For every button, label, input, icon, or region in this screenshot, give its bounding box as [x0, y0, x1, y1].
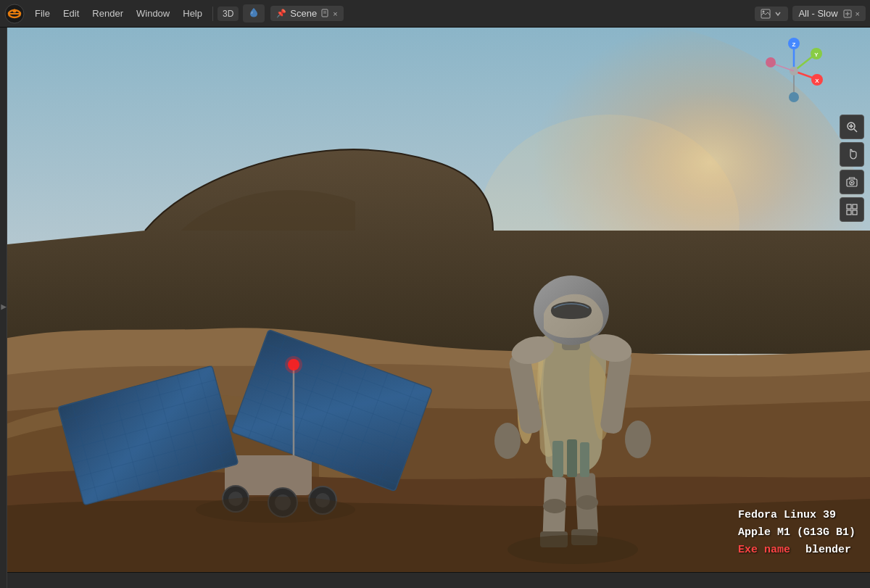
all-slow-label: All - Slow: [798, 8, 837, 19]
menu-bar: File Edit Render Window Help 3D 📌 Scene …: [0, 0, 870, 28]
svg-rect-100: [853, 210, 857, 215]
pin-icon: 📌: [276, 9, 286, 18]
info-overlay: Fedora Linux 39 Apple M1 (G13G B1) Exe n…: [738, 507, 856, 559]
svg-point-89: [766, 57, 776, 67]
info-line-1: Fedora Linux 39: [738, 507, 856, 524]
svg-point-59: [543, 499, 566, 513]
new-doc-icon: [843, 9, 852, 18]
hand-icon: [845, 148, 858, 161]
scene-tab-label: Scene: [290, 8, 317, 19]
hand-tool-button[interactable]: [840, 142, 864, 167]
svg-rect-99: [847, 210, 851, 215]
viewport-gizmo[interactable]: Z Y X: [758, 35, 830, 107]
scene-image: [0, 28, 870, 588]
svg-point-74: [508, 535, 638, 564]
left-edge-strip: ◀: [0, 28, 7, 588]
scene-tab[interactable]: 📌 Scene ×: [270, 6, 343, 21]
image-icon: [761, 9, 771, 19]
bottom-strip: [7, 572, 870, 588]
blender-logo-icon[interactable]: [4, 4, 25, 24]
menu-render[interactable]: Render: [86, 5, 129, 22]
svg-point-75: [196, 497, 355, 523]
all-slow-close-icon[interactable]: ×: [856, 9, 860, 18]
svg-text:Y: Y: [814, 51, 819, 58]
menu-help[interactable]: Help: [177, 5, 208, 22]
svg-point-8: [763, 10, 765, 12]
doc-icon: [320, 9, 329, 19]
zoom-button[interactable]: [840, 115, 864, 139]
viewport[interactable]: ◀ Z Y X: [0, 28, 870, 588]
view-mode-tag[interactable]: 3D: [218, 7, 239, 21]
info-exe-value: blender: [805, 544, 851, 556]
svg-point-96: [851, 182, 853, 183]
info-line-3: Exe name blender: [738, 542, 856, 559]
svg-text:X: X: [815, 78, 819, 84]
svg-point-66: [625, 421, 651, 458]
right-toolbar: [840, 115, 864, 222]
menu-edit[interactable]: Edit: [57, 5, 85, 22]
menu-file[interactable]: File: [29, 5, 56, 22]
svg-point-56: [285, 356, 302, 373]
menu-window[interactable]: Window: [130, 5, 175, 22]
svg-point-64: [494, 423, 521, 459]
svg-rect-72: [567, 439, 577, 477]
svg-rect-98: [853, 204, 857, 209]
gizmo-svg: Z Y X: [758, 35, 830, 107]
menu-separator-1: [212, 7, 213, 21]
grid-button[interactable]: [840, 197, 864, 222]
svg-point-86: [789, 92, 799, 102]
svg-rect-97: [847, 204, 851, 209]
render-tab[interactable]: [755, 7, 788, 21]
camera-button[interactable]: [840, 170, 864, 194]
svg-line-91: [854, 129, 857, 132]
svg-text:Z: Z: [792, 41, 796, 48]
info-line-2: Apple M1 (G13G B1): [738, 524, 856, 542]
grid-icon: [845, 203, 858, 216]
all-slow-tab[interactable]: All - Slow ×: [792, 6, 866, 21]
info-exe-label: Exe name: [738, 544, 790, 556]
liquid-icon[interactable]: [243, 4, 265, 22]
scene-tab-close-icon[interactable]: ×: [333, 9, 337, 18]
svg-rect-71: [552, 441, 563, 477]
svg-rect-73: [580, 442, 589, 477]
svg-point-2: [13, 9, 17, 12]
svg-line-88: [774, 64, 794, 71]
chevron-down-icon: [774, 9, 782, 18]
zoom-icon: [845, 120, 858, 133]
camera-icon: [845, 175, 858, 189]
svg-point-60: [576, 495, 598, 510]
